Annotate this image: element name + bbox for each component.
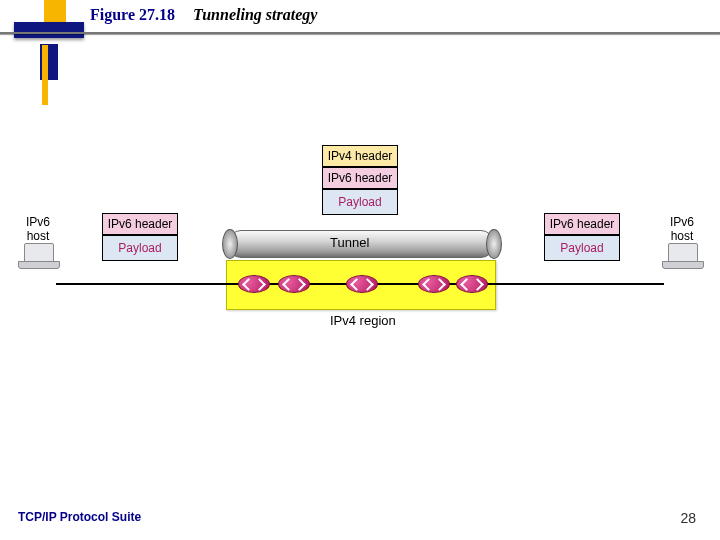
right-host: IPv6 host — [662, 215, 702, 267]
laptop-icon — [18, 243, 58, 267]
router-icon — [346, 275, 378, 293]
host-label: host — [662, 229, 702, 243]
left-payload: Payload — [102, 235, 178, 261]
figure-caption: Tunneling strategy — [193, 6, 317, 23]
host-label: IPv6 — [18, 215, 58, 229]
router-icon — [238, 275, 270, 293]
router-icon — [456, 275, 488, 293]
diagram: IPv4 header IPv6 header Payload IPv6 hea… — [0, 165, 720, 375]
figure-title: Figure 27.18 Tunneling strategy — [90, 6, 317, 24]
region-label: IPv4 region — [330, 313, 396, 328]
footer-text: TCP/IP Protocol Suite — [18, 510, 141, 524]
figure-number: Figure 27.18 — [90, 6, 175, 23]
encap-ipv4-header: IPv4 header — [322, 145, 398, 167]
host-label: IPv6 — [662, 215, 702, 229]
right-ipv6-header: IPv6 header — [544, 213, 620, 235]
left-host: IPv6 host — [18, 215, 58, 267]
right-payload: Payload — [544, 235, 620, 261]
laptop-icon — [662, 243, 702, 267]
encap-payload: Payload — [322, 189, 398, 215]
tunnel-label: Tunnel — [330, 235, 369, 250]
router-icon — [278, 275, 310, 293]
title-underline — [0, 32, 720, 34]
encap-ipv6-header: IPv6 header — [322, 167, 398, 189]
left-ipv6-header: IPv6 header — [102, 213, 178, 235]
tunnel-end-left — [222, 229, 238, 259]
host-label: host — [18, 229, 58, 243]
router-icon — [418, 275, 450, 293]
tunnel-end-right — [486, 229, 502, 259]
page-number: 28 — [680, 510, 696, 526]
